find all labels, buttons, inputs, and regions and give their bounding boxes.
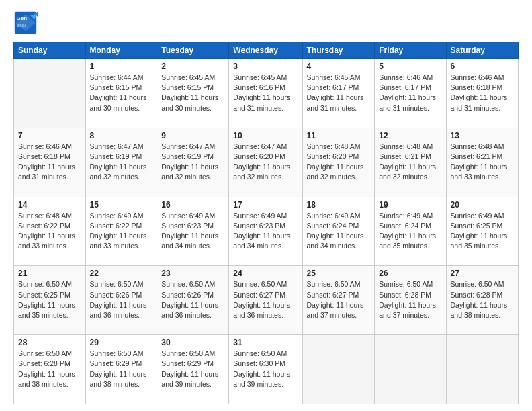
calendar-body: 1Sunrise: 6:44 AMSunset: 6:15 PMDaylight… bbox=[14, 59, 519, 404]
calendar-cell bbox=[302, 335, 375, 404]
day-detail: Sunrise: 6:50 AMSunset: 6:28 PMDaylight:… bbox=[451, 279, 514, 320]
day-detail: Sunrise: 6:50 AMSunset: 6:28 PMDaylight:… bbox=[18, 349, 81, 390]
calendar-cell: 14Sunrise: 6:48 AMSunset: 6:22 PMDayligh… bbox=[14, 197, 86, 266]
header: Gen eral bbox=[13, 11, 519, 35]
day-number: 18 bbox=[307, 200, 371, 210]
day-detail: Sunrise: 6:49 AMSunset: 6:24 PMDaylight:… bbox=[379, 211, 441, 252]
calendar-cell: 29Sunrise: 6:50 AMSunset: 6:29 PMDayligh… bbox=[85, 335, 157, 404]
calendar-cell: 4Sunrise: 6:45 AMSunset: 6:17 PMDaylight… bbox=[302, 59, 375, 128]
calendar-cell: 19Sunrise: 6:49 AMSunset: 6:24 PMDayligh… bbox=[375, 197, 446, 266]
day-detail: Sunrise: 6:45 AMSunset: 6:16 PMDaylight:… bbox=[233, 73, 298, 113]
calendar-cell: 10Sunrise: 6:47 AMSunset: 6:20 PMDayligh… bbox=[229, 128, 302, 197]
day-number: 12 bbox=[379, 131, 441, 140]
calendar-cell: 23Sunrise: 6:50 AMSunset: 6:26 PMDayligh… bbox=[157, 266, 229, 335]
calendar-cell: 1Sunrise: 6:44 AMSunset: 6:15 PMDaylight… bbox=[85, 59, 157, 128]
day-number: 28 bbox=[18, 338, 81, 347]
weekday-header-row: SundayMondayTuesdayWednesdayThursdayFrid… bbox=[14, 42, 519, 59]
week-row-3: 21Sunrise: 6:50 AMSunset: 6:25 PMDayligh… bbox=[14, 266, 519, 335]
day-detail: Sunrise: 6:50 AMSunset: 6:26 PMDaylight:… bbox=[161, 279, 224, 320]
day-number: 30 bbox=[161, 338, 224, 347]
calendar-cell bbox=[446, 335, 518, 404]
day-detail: Sunrise: 6:46 AMSunset: 6:18 PMDaylight:… bbox=[18, 142, 81, 183]
day-number: 19 bbox=[379, 200, 441, 210]
day-number: 10 bbox=[233, 131, 298, 140]
day-number: 6 bbox=[451, 62, 514, 71]
day-detail: Sunrise: 6:48 AMSunset: 6:21 PMDaylight:… bbox=[451, 142, 514, 183]
day-detail: Sunrise: 6:45 AMSunset: 6:15 PMDaylight:… bbox=[161, 73, 224, 113]
page: Gen eral SundayMondayTuesdayWednesdayThu… bbox=[0, 0, 532, 411]
day-detail: Sunrise: 6:50 AMSunset: 6:27 PMDaylight:… bbox=[233, 279, 298, 320]
calendar-cell: 15Sunrise: 6:49 AMSunset: 6:22 PMDayligh… bbox=[85, 197, 157, 266]
logo: Gen eral bbox=[13, 11, 40, 35]
day-number: 24 bbox=[233, 269, 298, 278]
week-row-1: 7Sunrise: 6:46 AMSunset: 6:18 PMDaylight… bbox=[14, 128, 519, 197]
day-number: 13 bbox=[451, 131, 514, 140]
week-row-4: 28Sunrise: 6:50 AMSunset: 6:28 PMDayligh… bbox=[14, 335, 519, 404]
day-detail: Sunrise: 6:44 AMSunset: 6:15 PMDaylight:… bbox=[90, 73, 153, 113]
day-detail: Sunrise: 6:49 AMSunset: 6:23 PMDaylight:… bbox=[233, 211, 298, 252]
calendar-cell: 9Sunrise: 6:47 AMSunset: 6:19 PMDaylight… bbox=[157, 128, 229, 197]
calendar-cell bbox=[14, 59, 86, 128]
day-detail: Sunrise: 6:49 AMSunset: 6:25 PMDaylight:… bbox=[451, 211, 514, 252]
calendar-cell: 28Sunrise: 6:50 AMSunset: 6:28 PMDayligh… bbox=[14, 335, 86, 404]
day-detail: Sunrise: 6:46 AMSunset: 6:18 PMDaylight:… bbox=[451, 73, 514, 113]
day-detail: Sunrise: 6:50 AMSunset: 6:28 PMDaylight:… bbox=[379, 279, 441, 320]
calendar-cell: 18Sunrise: 6:49 AMSunset: 6:24 PMDayligh… bbox=[302, 197, 375, 266]
week-row-0: 1Sunrise: 6:44 AMSunset: 6:15 PMDaylight… bbox=[14, 59, 519, 128]
day-number: 8 bbox=[90, 131, 153, 140]
day-number: 16 bbox=[161, 200, 224, 210]
calendar-header: SundayMondayTuesdayWednesdayThursdayFrid… bbox=[14, 42, 519, 59]
calendar-cell: 24Sunrise: 6:50 AMSunset: 6:27 PMDayligh… bbox=[229, 266, 302, 335]
day-detail: Sunrise: 6:48 AMSunset: 6:21 PMDaylight:… bbox=[379, 142, 441, 183]
day-number: 25 bbox=[307, 269, 371, 278]
calendar-cell: 8Sunrise: 6:47 AMSunset: 6:19 PMDaylight… bbox=[85, 128, 157, 197]
weekday-thursday: Thursday bbox=[302, 42, 375, 59]
calendar-cell: 16Sunrise: 6:49 AMSunset: 6:23 PMDayligh… bbox=[157, 197, 229, 266]
day-number: 31 bbox=[233, 338, 298, 347]
weekday-monday: Monday bbox=[85, 42, 157, 59]
day-detail: Sunrise: 6:50 AMSunset: 6:30 PMDaylight:… bbox=[233, 349, 298, 390]
day-number: 3 bbox=[233, 62, 298, 71]
day-detail: Sunrise: 6:50 AMSunset: 6:26 PMDaylight:… bbox=[90, 279, 153, 320]
calendar-cell: 21Sunrise: 6:50 AMSunset: 6:25 PMDayligh… bbox=[14, 266, 86, 335]
day-detail: Sunrise: 6:50 AMSunset: 6:29 PMDaylight:… bbox=[161, 349, 224, 390]
calendar-cell: 22Sunrise: 6:50 AMSunset: 6:26 PMDayligh… bbox=[85, 266, 157, 335]
day-number: 11 bbox=[307, 131, 371, 140]
day-detail: Sunrise: 6:46 AMSunset: 6:17 PMDaylight:… bbox=[379, 73, 441, 113]
calendar-cell: 2Sunrise: 6:45 AMSunset: 6:15 PMDaylight… bbox=[157, 59, 229, 128]
day-number: 26 bbox=[379, 269, 441, 278]
day-number: 14 bbox=[18, 200, 81, 210]
day-detail: Sunrise: 6:50 AMSunset: 6:25 PMDaylight:… bbox=[18, 279, 81, 320]
calendar-cell: 5Sunrise: 6:46 AMSunset: 6:17 PMDaylight… bbox=[375, 59, 446, 128]
day-detail: Sunrise: 6:48 AMSunset: 6:22 PMDaylight:… bbox=[18, 211, 81, 252]
logo-icon: Gen eral bbox=[13, 11, 38, 35]
day-detail: Sunrise: 6:49 AMSunset: 6:23 PMDaylight:… bbox=[161, 211, 224, 252]
day-detail: Sunrise: 6:49 AMSunset: 6:24 PMDaylight:… bbox=[307, 211, 371, 252]
weekday-tuesday: Tuesday bbox=[157, 42, 229, 59]
day-number: 7 bbox=[18, 131, 81, 140]
day-number: 22 bbox=[90, 269, 153, 278]
svg-text:eral: eral bbox=[17, 22, 26, 28]
weekday-friday: Friday bbox=[375, 42, 446, 59]
calendar-cell: 7Sunrise: 6:46 AMSunset: 6:18 PMDaylight… bbox=[14, 128, 86, 197]
day-number: 27 bbox=[451, 269, 514, 278]
day-number: 9 bbox=[161, 131, 224, 140]
day-number: 21 bbox=[18, 269, 81, 278]
calendar-cell: 31Sunrise: 6:50 AMSunset: 6:30 PMDayligh… bbox=[229, 335, 302, 404]
day-number: 17 bbox=[233, 200, 298, 210]
day-number: 2 bbox=[161, 62, 224, 71]
day-number: 4 bbox=[307, 62, 371, 71]
calendar-cell: 12Sunrise: 6:48 AMSunset: 6:21 PMDayligh… bbox=[375, 128, 446, 197]
weekday-wednesday: Wednesday bbox=[229, 42, 302, 59]
weekday-sunday: Sunday bbox=[14, 42, 86, 59]
calendar-cell: 25Sunrise: 6:50 AMSunset: 6:27 PMDayligh… bbox=[302, 266, 375, 335]
day-detail: Sunrise: 6:47 AMSunset: 6:20 PMDaylight:… bbox=[233, 142, 298, 183]
calendar-cell: 26Sunrise: 6:50 AMSunset: 6:28 PMDayligh… bbox=[375, 266, 446, 335]
day-number: 23 bbox=[161, 269, 224, 278]
calendar-table: SundayMondayTuesdayWednesdayThursdayFrid… bbox=[13, 42, 519, 404]
svg-text:Gen: Gen bbox=[17, 15, 28, 21]
day-detail: Sunrise: 6:47 AMSunset: 6:19 PMDaylight:… bbox=[90, 142, 153, 183]
calendar-cell: 13Sunrise: 6:48 AMSunset: 6:21 PMDayligh… bbox=[446, 128, 518, 197]
day-detail: Sunrise: 6:50 AMSunset: 6:27 PMDaylight:… bbox=[307, 279, 371, 320]
calendar-cell: 17Sunrise: 6:49 AMSunset: 6:23 PMDayligh… bbox=[229, 197, 302, 266]
